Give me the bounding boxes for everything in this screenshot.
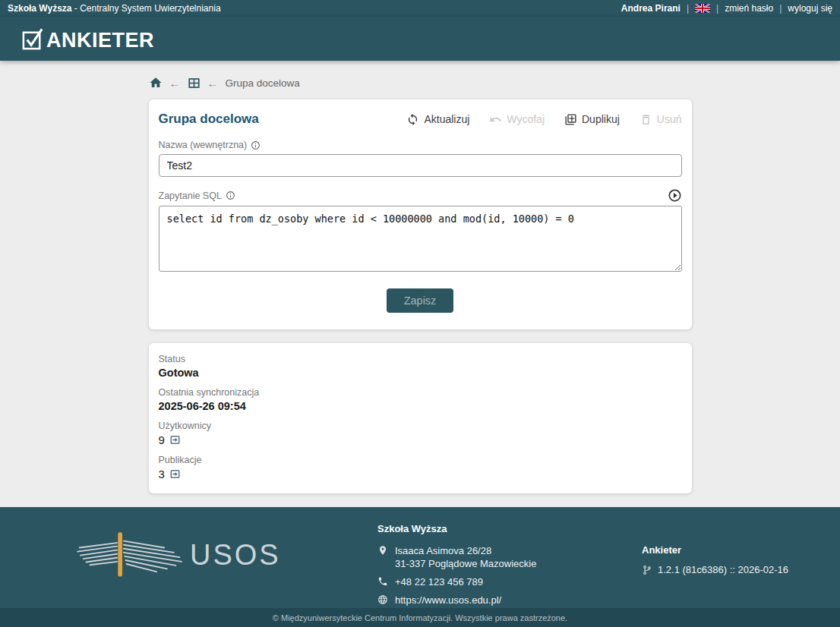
separator: | [716, 3, 718, 14]
change-password-link[interactable]: zmień hasło [725, 3, 773, 14]
open-in-icon [169, 434, 181, 446]
ankieter-logo[interactable]: ANKIETER [21, 27, 154, 52]
delete-button-label: Usuń [657, 113, 682, 125]
revert-button-label: Wycofaj [507, 113, 545, 125]
usos-graduation-icon [70, 513, 185, 597]
sync-row: Ostatnia synchronizacja 2025-06-26 09:54 [159, 387, 682, 412]
separator: | [779, 3, 782, 14]
sync-icon [406, 113, 419, 126]
arrow-left-icon: ← [169, 77, 181, 90]
app-header: ANKIETER [0, 17, 840, 61]
arrow-left-icon: ← [207, 77, 219, 90]
phone-icon [377, 576, 388, 587]
status-value: Gotowa [159, 367, 682, 379]
site-suffix: - Centralny System Uwierzytelniania [71, 3, 220, 14]
undo-icon [489, 113, 502, 126]
play-circle-icon [668, 188, 682, 203]
surveys-grid-icon[interactable] [188, 77, 201, 90]
name-label-text: Nazwa (wewnętrzna) [159, 140, 248, 150]
address-line1: Isaaca Asimova 26/28 [395, 544, 536, 557]
address-line2: 31-337 Poglądowe Mazowieckie [395, 557, 536, 570]
site-name: Szkoła Wyższa [8, 3, 71, 14]
footer: USOS Szkoła Wyższa Isaaca Asimova 26/28 … [0, 507, 840, 608]
sync-label: Ostatnia synchronizacja [159, 387, 682, 398]
details-card: Status Gotowa Ostatnia synchronizacja 20… [149, 343, 692, 493]
sql-field-label: Zapytanie SQL [159, 191, 235, 201]
users-row: Użytkownicy 9 [159, 421, 682, 446]
info-icon [251, 140, 261, 150]
users-label: Użytkownicy [159, 421, 682, 431]
status-row: Status Gotowa [159, 354, 682, 379]
update-button[interactable]: Aktualizuj [406, 113, 469, 126]
target-group-card: Grupa docelowa Aktualizuj Wycofaj Duplik… [149, 99, 692, 329]
version-row: 1.2.1 (81c6386) :: 2026-02-16 [642, 564, 788, 575]
website-row: https://www.usos.edu.pl/ [377, 594, 536, 607]
phone-number: +48 22 123 456 789 [395, 575, 483, 588]
publications-count: 3 [159, 468, 165, 480]
user-name: Andrea Pirani [621, 3, 681, 14]
sql-textarea[interactable]: select id from dz_osoby where id < 10000… [159, 206, 682, 272]
users-count: 9 [159, 433, 165, 446]
publications-row: Publikacje 3 [159, 455, 682, 480]
topbar: Szkoła Wyższa - Centralny System Uwierzy… [0, 0, 840, 17]
checkbox-check-icon [21, 27, 46, 52]
duplicate-button-label: Duplikuj [582, 113, 620, 125]
open-in-icon [169, 468, 181, 480]
revert-button[interactable]: Wycofaj [489, 113, 545, 126]
usos-text: USOS [190, 539, 281, 572]
name-input[interactable] [159, 154, 682, 177]
version-text: 1.2.1 (81c6386) :: 2026-02-16 [658, 564, 788, 575]
globe-icon [377, 594, 388, 605]
location-pin-icon [377, 545, 388, 556]
footer-org-info: Szkoła Wyższa Isaaca Asimova 26/28 31-33… [377, 523, 536, 612]
run-query-button[interactable] [668, 188, 682, 203]
separator: | [687, 3, 689, 14]
uk-flag-icon[interactable] [695, 4, 710, 13]
save-button[interactable]: Zapisz [387, 288, 454, 313]
name-field-label: Nazwa (wewnętrzna) [159, 140, 682, 150]
footer-app-info: Ankieter 1.2.1 (81c6386) :: 2026-02-16 [642, 544, 788, 575]
phone-row: +48 22 123 456 789 [377, 575, 536, 588]
breadcrumb: ← ← Grupa docelowa [149, 61, 692, 90]
address-row: Isaaca Asimova 26/28 31-337 Poglądowe Ma… [377, 544, 536, 570]
website-url[interactable]: https://www.usos.edu.pl/ [395, 594, 501, 607]
page-title: Grupa docelowa [159, 112, 259, 127]
update-button-label: Aktualizuj [424, 113, 469, 125]
sql-label-text: Zapytanie SQL [159, 191, 222, 201]
logout-link[interactable]: wyloguj się [788, 3, 832, 14]
trash-icon [639, 113, 652, 126]
users-link[interactable]: 9 [159, 433, 682, 446]
org-name: Szkoła Wyższa [377, 523, 536, 534]
duplicate-button[interactable]: Duplikuj [564, 113, 620, 126]
app-name: Ankieter [642, 544, 788, 556]
usos-logo[interactable]: USOS [70, 513, 281, 597]
breadcrumb-current: Grupa docelowa [226, 77, 300, 89]
status-label: Status [159, 354, 682, 364]
duplicate-icon [564, 113, 577, 126]
home-icon[interactable] [149, 76, 163, 90]
publications-label: Publikacje [159, 455, 682, 465]
publications-link[interactable]: 3 [159, 468, 682, 480]
copyright-text: © Międzyuniwersyteckie Centrum Informaty… [273, 613, 567, 622]
sync-value: 2025-06-26 09:54 [159, 400, 682, 412]
info-icon [226, 191, 235, 200]
logo-text: ANKIETER [46, 29, 154, 52]
site-title: Szkoła Wyższa - Centralny System Uwierzy… [8, 3, 221, 14]
card-actions: Aktualizuj Wycofaj Duplikuj Usuń [406, 113, 681, 126]
git-branch-icon [642, 565, 652, 575]
page-body: ← ← Grupa docelowa Grupa docelowa Aktual… [0, 61, 840, 507]
delete-button[interactable]: Usuń [639, 113, 682, 126]
